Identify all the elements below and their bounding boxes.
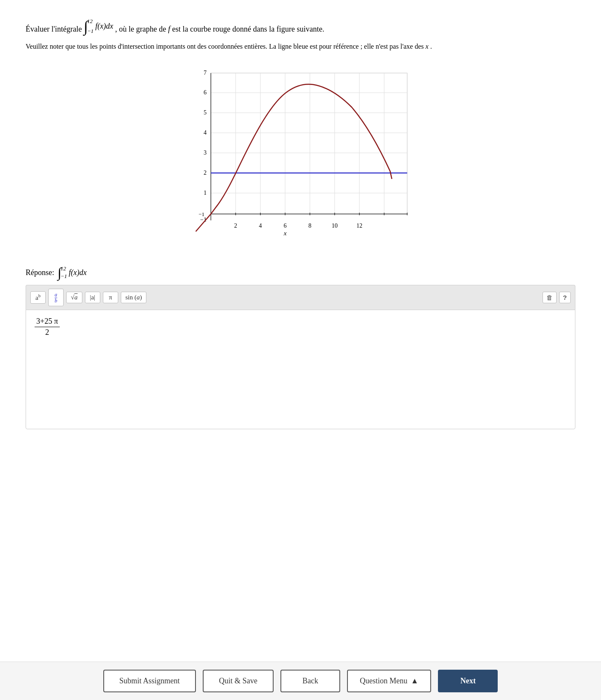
svg-text:−1: −1 — [198, 211, 204, 217]
fraction-answer: 3+25 π 2 — [35, 317, 60, 337]
integral-expression: ∫ 12 −1 f(x)dx — [84, 17, 113, 36]
integral-bounds: 12 −1 — [87, 17, 93, 36]
pi-button[interactable]: π — [103, 292, 118, 303]
quit-save-button[interactable]: Quit & Save — [203, 670, 274, 692]
graph-container: 7 6 5 4 3 2 1 −1 2 4 6 8 10 12 x −1 — [26, 69, 575, 240]
sqrt-button[interactable]: √a — [66, 292, 82, 303]
response-integral-bounds: 12 −1 — [61, 265, 67, 280]
response-integral: ∫ 12 −1 f(x)dx — [58, 265, 87, 280]
chevron-up-icon: ▲ — [411, 677, 419, 685]
help-icon: ? — [563, 294, 567, 301]
where-text: , où le graphe de — [115, 25, 166, 33]
trash-button[interactable]: 🗑 — [543, 292, 557, 303]
x-variable-note: x — [426, 43, 429, 50]
math-toolbar: ab a b √a |a| π sin (a) 🗑 — [26, 285, 575, 309]
f-variable: f — [168, 25, 170, 33]
svg-text:1: 1 — [204, 190, 207, 196]
question-menu-button[interactable]: Question Menu ▲ — [347, 670, 431, 692]
fraction-numerator: 3+25 π — [35, 317, 60, 327]
svg-text:7: 7 — [204, 70, 207, 76]
sin-button[interactable]: sin (a) — [121, 292, 147, 303]
svg-text:2: 2 — [204, 170, 207, 176]
integral-upper: 12 — [87, 17, 93, 26]
graph-wrapper: 7 6 5 4 3 2 1 −1 2 4 6 8 10 12 x −1 — [185, 69, 416, 240]
svg-text:12: 12 — [356, 223, 362, 229]
footer-bar: Submit Assignment Quit & Save Back Quest… — [0, 662, 601, 700]
svg-text:10: 10 — [332, 223, 338, 229]
svg-text:4: 4 — [204, 129, 207, 136]
response-integral-body: f(x)dx — [69, 268, 87, 277]
power-button[interactable]: ab — [30, 291, 46, 304]
fraction-denominator: 2 — [44, 327, 51, 337]
svg-text:4: 4 — [259, 223, 262, 229]
integral-body: f(x)dx — [95, 20, 113, 32]
response-lower: −1 — [61, 273, 67, 280]
response-section: Réponse: ∫ 12 −1 f(x)dx ab a b — [26, 265, 575, 429]
svg-text:3: 3 — [204, 149, 207, 156]
integral-lower: −1 — [87, 27, 93, 36]
svg-text:2: 2 — [234, 223, 237, 229]
svg-text:8: 8 — [309, 223, 312, 229]
submit-assignment-button[interactable]: Submit Assignment — [103, 670, 196, 692]
next-button[interactable]: Next — [438, 670, 498, 692]
response-upper: 12 — [61, 265, 66, 272]
response-text: Réponse: — [26, 268, 54, 277]
trash-icon: 🗑 — [546, 294, 553, 301]
abs-button[interactable]: |a| — [85, 292, 100, 303]
svg-text:6: 6 — [204, 89, 207, 96]
svg-text:x: x — [283, 230, 287, 237]
response-label: Réponse: ∫ 12 −1 f(x)dx — [26, 265, 575, 280]
svg-text:6: 6 — [284, 223, 287, 229]
svg-text:5: 5 — [204, 109, 207, 116]
graph-svg: 7 6 5 4 3 2 1 −1 2 4 6 8 10 12 x −1 — [185, 69, 416, 240]
help-button[interactable]: ? — [559, 292, 571, 303]
main-content: Évaluer l'intégrale ∫ 12 −1 f(x)dx , où … — [0, 0, 601, 493]
fraction-button[interactable]: a b — [48, 289, 64, 306]
note-text: Veuillez noter que tous les points d'int… — [26, 41, 575, 52]
rest-text: est la courbe rouge donné dans la figure… — [172, 25, 324, 33]
intro-text: Évaluer l'intégrale — [26, 25, 82, 33]
problem-statement: Évaluer l'intégrale ∫ 12 −1 f(x)dx , où … — [26, 17, 575, 36]
answer-box[interactable]: 3+25 π 2 — [26, 310, 575, 429]
back-button[interactable]: Back — [280, 670, 340, 692]
question-menu-label: Question Menu — [360, 677, 408, 685]
